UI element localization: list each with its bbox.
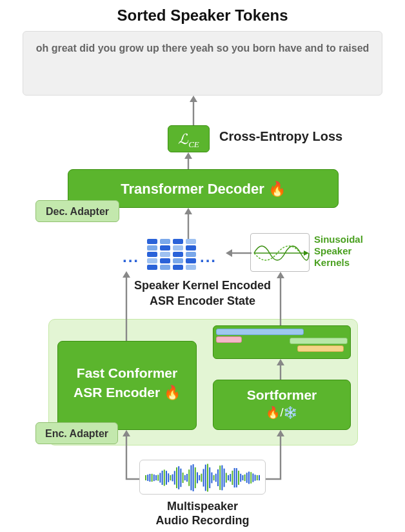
svg-rect-40	[190, 466, 192, 491]
audio-input-label: MultispeakerAudio Recording	[0, 499, 405, 527]
svg-rect-67	[246, 473, 248, 483]
svg-rect-34	[178, 466, 179, 489]
svg-rect-63	[238, 471, 239, 485]
svg-marker-5	[184, 208, 192, 214]
encoder-state-label: Speaker Kernel EncodedASR Encoder State	[0, 278, 405, 309]
decoder-adapter-label: Dec. Adapter	[35, 200, 119, 222]
svg-marker-9	[226, 249, 232, 257]
svg-rect-32	[174, 471, 175, 484]
svg-rect-48	[207, 464, 208, 492]
sinusoidal-kernels-label: SinusoidalSpeakerKernels	[314, 234, 363, 269]
svg-rect-23	[155, 475, 157, 480]
svg-marker-7	[304, 251, 309, 256]
svg-rect-72	[257, 475, 258, 480]
svg-rect-51	[213, 475, 215, 480]
svg-marker-17	[277, 430, 284, 436]
svg-rect-22	[153, 475, 155, 481]
cross-entropy-loss-box: ℒCE	[168, 125, 210, 152]
svg-rect-21	[152, 474, 153, 482]
encoder-state-visualization: ··· ···	[123, 239, 239, 271]
svg-rect-18	[145, 475, 146, 480]
svg-rect-58	[228, 475, 229, 480]
svg-rect-73	[259, 475, 260, 480]
svg-rect-46	[203, 469, 204, 486]
svg-rect-19	[147, 475, 148, 481]
sortformer-mode-icons: 🔥/❄️	[266, 406, 297, 419]
page-title: Sorted Speaker Tokens	[0, 6, 405, 25]
svg-marker-1	[190, 96, 197, 102]
svg-marker-11	[123, 271, 130, 278]
svg-rect-65	[242, 475, 243, 480]
svg-rect-20	[149, 474, 150, 482]
svg-marker-3	[184, 152, 192, 159]
svg-rect-54	[219, 466, 221, 490]
svg-rect-30	[170, 475, 171, 480]
svg-rect-60	[232, 471, 233, 485]
svg-rect-59	[230, 474, 231, 482]
svg-rect-26	[162, 471, 163, 485]
svg-rect-53	[217, 469, 219, 486]
svg-rect-28	[166, 471, 167, 485]
svg-rect-33	[176, 467, 177, 488]
svg-rect-45	[201, 474, 202, 482]
arrow-decoder-to-loss	[182, 152, 195, 169]
arrow-encoding-to-decoder	[182, 208, 195, 239]
svg-rect-47	[205, 465, 206, 491]
svg-rect-42	[195, 467, 196, 488]
svg-rect-66	[244, 475, 246, 481]
svg-rect-27	[164, 469, 165, 486]
svg-rect-55	[221, 466, 222, 491]
svg-rect-43	[197, 472, 198, 483]
svg-rect-69	[250, 472, 252, 484]
sorted-tokens-output: oh great did you grow up there yeah so y…	[23, 31, 382, 96]
svg-rect-31	[172, 475, 173, 482]
svg-rect-36	[183, 473, 184, 483]
sortformer-box: Sortformer 🔥/❄️	[213, 380, 351, 430]
svg-rect-44	[199, 475, 200, 480]
svg-rect-24	[157, 475, 159, 480]
svg-rect-62	[236, 468, 237, 487]
arrow-loss-to-output	[187, 96, 200, 125]
svg-rect-29	[168, 473, 169, 482]
svg-rect-68	[248, 471, 250, 484]
svg-marker-16	[123, 430, 130, 436]
svg-marker-13	[277, 272, 284, 278]
arrow-kernels-to-encoding	[226, 247, 252, 260]
svg-rect-61	[234, 468, 235, 487]
arrow-sortformer-to-timeline	[274, 359, 287, 380]
svg-rect-38	[186, 474, 188, 482]
svg-rect-35	[180, 469, 181, 487]
speaker-timeline-visualization	[213, 325, 351, 359]
arrow-timeline-to-kernels	[274, 272, 287, 325]
loss-subscript: CE	[188, 139, 199, 149]
svg-rect-39	[188, 469, 190, 486]
audio-waveform-visualization	[139, 460, 266, 495]
svg-rect-25	[159, 473, 161, 482]
cross-entropy-loss-label: Cross-Entropy Loss	[219, 129, 342, 144]
svg-rect-50	[211, 473, 212, 484]
svg-rect-41	[193, 464, 194, 491]
svg-marker-15	[277, 359, 284, 365]
encoder-adapter-label: Enc. Adapter	[35, 422, 118, 444]
svg-rect-57	[226, 473, 227, 482]
sinusoidal-kernel-visualization	[250, 233, 310, 272]
svg-rect-49	[209, 467, 210, 488]
fast-conformer-asr-encoder-box: Fast ConformerASR Encoder 🔥	[57, 341, 197, 430]
svg-rect-64	[240, 474, 241, 482]
loss-symbol: ℒ	[178, 131, 188, 147]
svg-rect-37	[184, 475, 186, 480]
arrow-asrencoder-to-encoding	[120, 271, 133, 341]
svg-rect-70	[252, 473, 253, 482]
svg-rect-71	[255, 475, 256, 480]
sortformer-label: Sortformer	[247, 387, 317, 402]
svg-rect-56	[224, 469, 225, 487]
svg-rect-52	[215, 474, 217, 482]
